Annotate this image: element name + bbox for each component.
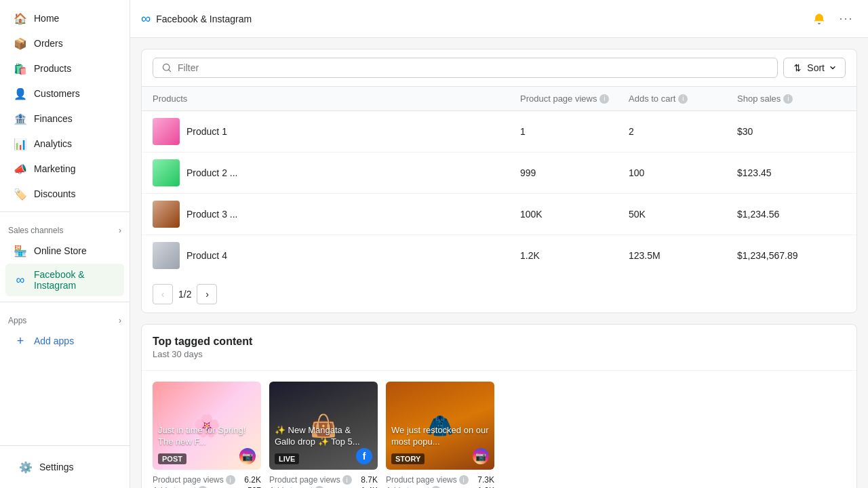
sidebar-nav: 🏠 Home 📦 Orders 🛍️ Products 👤 Customers … — [0, 0, 130, 359]
instagram-badge-3: 📷 — [473, 448, 489, 464]
sidebar-item-label: Home — [34, 13, 59, 24]
sidebar-item-customers[interactable]: 👤 Customers — [5, 81, 124, 106]
views-info-icon-3[interactable]: i — [459, 475, 469, 485]
sidebar-divider-1 — [0, 211, 130, 212]
views-info-icon-2[interactable]: i — [342, 475, 352, 485]
card-caption-3: We just restocked on our most popu... — [391, 425, 489, 448]
product-name-3: Product 3 ... — [186, 209, 237, 220]
views-info-icon-1[interactable]: i — [226, 475, 235, 485]
meta-row-views-1: Product page views i 6.2K — [153, 475, 261, 485]
prev-page-button[interactable]: ‹ — [153, 284, 173, 304]
card-caption-2: ✨ New Mangata & Gallo drop ✨ Top 5... — [275, 425, 372, 448]
sidebar-item-settings[interactable]: ⚙️ Settings — [11, 455, 119, 479]
header-actions: ··· — [808, 8, 857, 30]
settings-icon: ⚙️ — [19, 460, 33, 474]
sidebar-item-label: Customers — [34, 88, 80, 99]
home-icon: 🏠 — [14, 12, 27, 25]
sales-channels-label: Sales channels — [8, 226, 63, 235]
sidebar-item-online-store[interactable]: 🏪 Online Store — [5, 239, 124, 263]
meta-row-views-3: Product page views i 7.3K — [386, 475, 494, 485]
content-card-meta-3: Product page views i 7.3K Adds to cart i… — [386, 475, 494, 488]
adds-cell-2: 100 — [629, 167, 737, 178]
notification-button[interactable] — [808, 8, 830, 30]
views-label-3: Product page views i — [386, 475, 469, 485]
sales-cell-4: $1,234,567.89 — [737, 250, 846, 261]
product-cell-3: Product 3 ... — [153, 201, 520, 228]
product-thumbnail-2 — [153, 159, 180, 186]
more-options-icon: ··· — [839, 12, 853, 26]
section-header: Top tagged content Last 30 days — [142, 325, 856, 371]
content-type-badge-1: POST — [158, 453, 186, 464]
facebook-badge-2: f — [356, 448, 372, 464]
product-name-2: Product 2 ... — [186, 167, 237, 178]
content-card-meta-2: Product page views i 8.7K Adds to cart i… — [269, 475, 378, 488]
table-row: Product 3 ... 100K 50K $1,234.56 — [142, 194, 856, 235]
sidebar-item-add-apps[interactable]: + Add apps — [5, 329, 124, 353]
orders-icon: 📦 — [14, 37, 27, 50]
sidebar-footer: ⚙️ Settings — [0, 445, 130, 488]
notification-icon — [813, 13, 825, 25]
marketing-icon: 📣 — [14, 162, 27, 176]
product-thumbnail-4 — [153, 242, 180, 269]
sidebar-item-analytics[interactable]: 📊 Analytics — [5, 131, 124, 156]
finances-icon: 🏦 — [14, 112, 27, 125]
content-card-image-3: 🧥 We just restocked on our most popu... … — [386, 382, 494, 470]
sidebar-item-home[interactable]: 🏠 Home — [5, 6, 124, 30]
products-icon: 🛍️ — [14, 62, 27, 75]
apps-arrow[interactable]: › — [119, 316, 121, 325]
table-row: Product 4 1.2K 123.5M $1,234,567.89 — [142, 235, 856, 276]
col-page-views: Product page views i — [520, 94, 629, 104]
content-card-2: 👜 ✨ New Mangata & Gallo drop ✨ Top 5... … — [269, 382, 378, 488]
views-label-2: Product page views i — [269, 475, 352, 485]
sales-cell-2: $123.45 — [737, 167, 846, 178]
sidebar-divider-2 — [0, 302, 130, 302]
more-options-button[interactable]: ··· — [835, 8, 857, 30]
sidebar-item-label: Online Store — [34, 245, 87, 256]
customers-icon: 👤 — [14, 87, 27, 100]
sidebar-item-label: Products — [34, 63, 71, 74]
sidebar-item-facebook-instagram[interactable]: ∞ Facebook & Instagram — [5, 264, 124, 296]
sidebar-item-orders[interactable]: 📦 Orders — [5, 31, 124, 56]
filter-input-wrapper[interactable] — [153, 58, 778, 78]
sidebar-item-finances[interactable]: 🏦 Finances — [5, 106, 124, 131]
apps-section: Apps › — [0, 308, 130, 328]
product-cell-1: Product 1 — [153, 118, 520, 145]
content-type-badge-3: STORY — [391, 453, 425, 464]
product-name-1: Product 1 — [186, 126, 227, 137]
filter-search-input[interactable] — [178, 62, 769, 73]
pagination: ‹ 1/2 › — [142, 276, 856, 312]
product-name-4: Product 4 — [186, 250, 227, 261]
instagram-badge-1: 📷 — [239, 448, 256, 464]
table-row: Product 1 1 2 $30 — [142, 111, 856, 152]
product-thumbnail-3 — [153, 201, 180, 228]
content-card-image-1: 🌸 Just in time for Spring! The new F... … — [153, 382, 261, 470]
views-cell-4: 1.2K — [520, 250, 629, 261]
adds-cell-3: 50K — [629, 209, 737, 220]
sort-label: Sort — [807, 62, 825, 73]
sales-channels-arrow[interactable]: › — [119, 226, 121, 235]
sidebar-item-label: Facebook & Instagram — [34, 269, 116, 291]
adds-to-cart-info-icon[interactable]: i — [678, 94, 688, 104]
content-type-badge-2: LIVE — [275, 453, 299, 464]
discounts-icon: 🏷️ — [14, 187, 27, 201]
products-table: Product 1 1 2 $30 Product 2 ... 999 100 … — [142, 111, 856, 276]
sidebar-item-marketing[interactable]: 📣 Marketing — [5, 157, 124, 181]
settings-label: Settings — [39, 462, 74, 472]
header-title-area: ∞ Facebook & Instagram — [141, 11, 252, 26]
shop-sales-info-icon[interactable]: i — [783, 94, 793, 104]
sidebar-item-discounts[interactable]: 🏷️ Discounts — [5, 182, 124, 206]
add-apps-label: Add apps — [34, 336, 74, 346]
sidebar-item-label: Finances — [34, 113, 73, 124]
sales-cell-3: $1,234.56 — [737, 209, 846, 220]
sort-button[interactable]: Sort — [783, 58, 846, 78]
header-meta-icon: ∞ — [141, 11, 151, 26]
sidebar-item-products[interactable]: 🛍️ Products — [5, 56, 124, 81]
col-shop-sales: Shop sales i — [737, 94, 846, 104]
next-page-button[interactable]: › — [197, 284, 217, 304]
content-card-3: 🧥 We just restocked on our most popu... … — [386, 382, 494, 488]
add-apps-icon: + — [14, 334, 27, 348]
col-products: Products — [153, 94, 520, 104]
page-views-info-icon[interactable]: i — [599, 94, 609, 104]
top-header: ∞ Facebook & Instagram ··· — [130, 0, 868, 38]
table-header: Products Product page views i Adds to ca… — [142, 87, 856, 111]
